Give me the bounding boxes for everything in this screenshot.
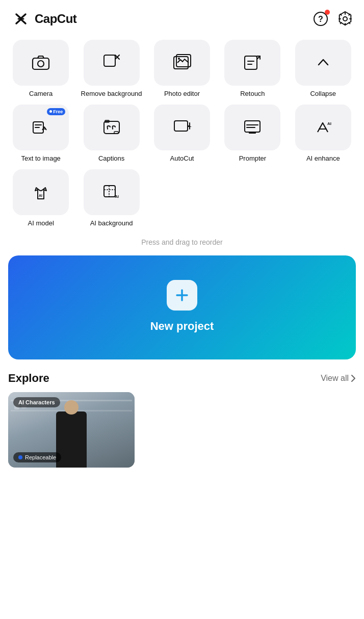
settings-button[interactable] [337, 11, 353, 27]
app-title: CapCut [35, 12, 76, 26]
capcut-logo-icon [11, 9, 31, 29]
drag-hint: Press and drag to reorder [0, 231, 364, 255]
ai-background-icon: AI [102, 183, 121, 202]
retouch-label: Retouch [240, 90, 265, 98]
app-header: CapCut ? [0, 0, 364, 35]
replaceable-label: Replaceable [25, 454, 56, 460]
svg-text:AI: AI [39, 194, 42, 197]
collapse-icon [314, 53, 333, 72]
explore-card-ai-characters[interactable]: AI Characters Replaceable [8, 392, 135, 468]
tool-remove-bg[interactable]: Remove background [79, 40, 144, 98]
tool-ai-background[interactable]: AI AI background [79, 169, 144, 228]
explore-section: Explore View all AI Characters Replaceab… [0, 372, 364, 468]
text-to-image-label: Text to image [21, 154, 61, 163]
photo-editor-icon-box [154, 40, 210, 86]
explore-header: Explore View all [8, 372, 356, 385]
autocut-icon [172, 118, 192, 137]
replaceable-dot [18, 455, 22, 459]
captions-label: Captions [98, 154, 124, 163]
svg-text:?: ? [318, 15, 323, 23]
svg-rect-33 [104, 186, 115, 197]
retouch-icon [243, 53, 262, 72]
notification-dot [325, 10, 330, 15]
svg-rect-13 [245, 56, 257, 69]
svg-rect-7 [104, 55, 115, 66]
header-actions: ? [313, 11, 353, 27]
svg-point-6 [38, 61, 44, 67]
camera-icon [31, 53, 50, 72]
remove-bg-icon-box [84, 40, 140, 86]
svg-point-4 [343, 17, 347, 21]
help-button[interactable]: ? [313, 11, 328, 27]
collapse-icon-box [295, 40, 351, 86]
svg-rect-27 [249, 132, 256, 134]
tool-camera[interactable]: Camera [8, 40, 73, 98]
svg-text:AI: AI [115, 194, 119, 199]
tools-row-1: Camera Remove background Photo editor [0, 35, 364, 101]
plus-icon [174, 288, 190, 303]
camera-icon-box [13, 40, 69, 86]
ai-background-icon-box: AI [84, 169, 140, 215]
retouch-icon-box [224, 40, 280, 86]
ai-enhance-icon: AI [314, 118, 333, 137]
camera-label: Camera [29, 90, 53, 98]
svg-rect-24 [245, 121, 260, 132]
prompter-icon [243, 118, 262, 137]
new-project-label: New project [150, 320, 214, 333]
tool-captions[interactable]: Captions [79, 105, 144, 163]
tool-collapse[interactable]: Collapse [291, 40, 356, 98]
remove-bg-icon [102, 53, 121, 72]
photo-editor-icon [172, 53, 192, 72]
tools-row-3: AI AI model AI AI background [0, 166, 364, 231]
explore-title: Explore [8, 372, 49, 385]
prompter-label: Prompter [239, 154, 266, 163]
svg-rect-23 [174, 121, 188, 131]
svg-point-12 [178, 58, 180, 60]
collapse-label: Collapse [310, 90, 336, 98]
captions-icon [102, 118, 121, 137]
prompter-icon-box [224, 105, 280, 150]
remove-bg-label: Remove background [81, 90, 142, 98]
tool-prompter[interactable]: Prompter [220, 105, 285, 163]
photo-editor-label: Photo editor [164, 90, 200, 98]
chevron-right-icon [351, 374, 356, 382]
tool-photo-editor[interactable]: Photo editor [149, 40, 215, 98]
tool-autocut[interactable]: AutoCut [149, 105, 215, 163]
tool-text-to-image[interactable]: Free Text to image [8, 105, 73, 163]
tools-row-2: Free Text to image Capti [0, 101, 364, 166]
svg-text:AI: AI [327, 121, 331, 126]
ai-model-label: AI model [28, 219, 54, 228]
tool-ai-model[interactable]: AI AI model [8, 169, 73, 228]
view-all-label: View all [321, 374, 349, 383]
tool-retouch[interactable]: Retouch [220, 40, 285, 98]
svg-rect-5 [33, 58, 49, 69]
gear-icon [337, 11, 353, 27]
tool-ai-enhance[interactable]: AI AI enhance [291, 105, 356, 163]
svg-rect-22 [114, 132, 118, 134]
logo-area: CapCut [11, 9, 76, 29]
ai-background-label: AI background [90, 219, 133, 228]
ai-model-icon-box: AI [13, 169, 69, 215]
autocut-icon-box [154, 105, 210, 150]
card-tag: AI Characters [13, 397, 60, 407]
card-replaceable-badge: Replaceable [13, 452, 61, 462]
view-all-button[interactable]: View all [321, 374, 356, 383]
new-project-button[interactable]: New project [8, 255, 356, 359]
ai-enhance-label: AI enhance [306, 154, 340, 163]
ai-enhance-icon-box: AI [295, 105, 351, 150]
text-to-image-icon-box: Free [13, 105, 69, 150]
text-to-image-icon [31, 118, 50, 137]
captions-icon-box [84, 105, 140, 150]
free-badge: Free [47, 108, 65, 115]
new-project-plus-icon [167, 280, 197, 311]
ai-model-icon: AI [31, 183, 50, 202]
autocut-label: AutoCut [170, 154, 194, 163]
